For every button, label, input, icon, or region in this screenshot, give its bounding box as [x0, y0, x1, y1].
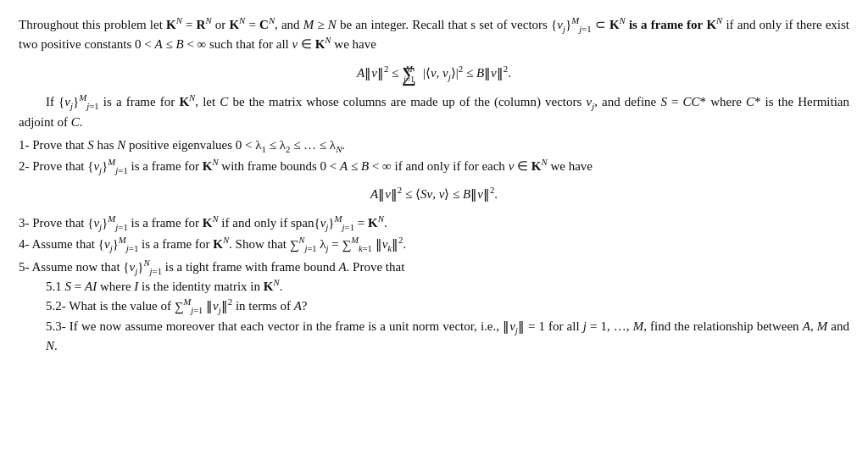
paragraph-1: Throughout this problem let KN = RN or K…: [19, 15, 849, 55]
subitem-5-2: 5.2- What is the value of ∑Mj=1 ‖vj‖2 in…: [46, 297, 849, 317]
formula-2: A‖v‖2 ≤ ⟨Sv, v⟩ ≤ B‖v‖2.: [19, 185, 849, 204]
paragraph-2: If {vj}Mj=1 is a frame for KN, let C be …: [19, 92, 849, 132]
item-1: 1- Prove that S has N positive eigenvalu…: [19, 136, 849, 155]
item-4: 4- Assume that {vj}Mj=1 is a frame for K…: [19, 235, 849, 256]
main-content: Throughout this problem let KN = RN or K…: [19, 15, 849, 357]
such-text: such: [209, 37, 233, 51]
subitem-5-3: 5.3- If we now assume moreover that each…: [46, 317, 849, 357]
we-have-text: we have: [334, 37, 376, 51]
subitem-5-1: 5.1 S = AI where I is the identity matri…: [46, 277, 849, 297]
item-3: 3- Prove that {vj}Mj=1 is a frame for KN…: [19, 213, 849, 233]
item-2: 2- Prove that {vj}Mj=1 is a frame for KN…: [19, 157, 849, 176]
item-5: 5- Assume now that {vj}Nj=1 is a tight f…: [19, 258, 849, 277]
formula-1: A‖v‖2 ≤ ∑ M j=1 |⟨v, vj⟩|2 ≤ B‖v‖2.: [19, 64, 849, 85]
